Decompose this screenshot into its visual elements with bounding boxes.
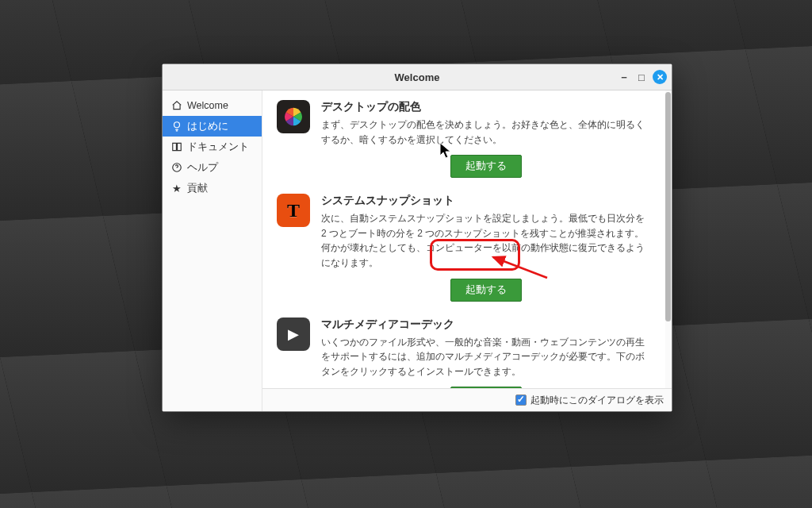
book-icon xyxy=(170,141,182,152)
section-title: システムスナップショット xyxy=(321,194,651,208)
sidebar: Welcome はじめに ドキュメント xyxy=(163,90,262,411)
show-on-startup-text: 起動時にこのダイアログを表示 xyxy=(530,394,664,407)
sidebar-item-label: はじめに xyxy=(187,120,228,133)
svg-point-190 xyxy=(174,122,179,128)
sidebar-item-help[interactable]: ヘルプ xyxy=(163,157,262,178)
section-desc: いくつかのファイル形式や、一般的な音楽・動画・ウェブコンテンツの再生をサポートす… xyxy=(321,335,651,379)
star-icon: ★ xyxy=(170,183,182,194)
timeshift-icon: T xyxy=(277,194,310,227)
sidebar-item-label: 貢献 xyxy=(187,182,208,195)
titlebar[interactable]: Welcome − □ ✕ xyxy=(163,64,672,90)
window-title: Welcome xyxy=(395,71,440,83)
maximize-button[interactable]: □ xyxy=(635,71,648,83)
home-icon xyxy=(170,100,182,111)
sidebar-item-label: Welcome xyxy=(187,100,228,111)
desktop-background: Welcome − □ ✕ Welcome xyxy=(0,0,812,508)
footer: 起動時にこのダイアログを表示 xyxy=(262,388,672,411)
section-codecs: ▶ マルチメディアコーデック いくつかのファイル形式や、一般的な音楽・動画・ウェ… xyxy=(277,318,651,388)
bulb-icon xyxy=(170,121,182,132)
content-area: デスクトップの配色 まず、デスクトップの配色を決めましょう。お好きな色と、全体的… xyxy=(262,90,672,411)
desktop-colours-icon xyxy=(277,100,310,133)
play-icon: ▶ xyxy=(277,318,310,351)
content-scroll: デスクトップの配色 まず、デスクトップの配色を決めましょう。お好きな色と、全体的… xyxy=(262,90,665,388)
sidebar-item-first-steps[interactable]: はじめに xyxy=(163,116,262,137)
sidebar-item-label: ドキュメント xyxy=(187,140,249,154)
section-desc: 次に、自動システムスナップショットを設定しましょう。最低でも日次分を 2 つとブ… xyxy=(321,211,651,270)
launch-snapshot-button[interactable]: 起動する xyxy=(450,279,522,302)
minimize-button[interactable]: − xyxy=(618,71,630,83)
section-snapshot: T システムスナップショット 次に、自動システムスナップショットを設定しましょう… xyxy=(277,194,651,301)
section-desc: まず、デスクトップの配色を決めましょう。お好きな色と、全体的に明るくするか、暗く… xyxy=(321,117,651,147)
svg-marker-156 xyxy=(706,454,812,508)
close-button[interactable]: ✕ xyxy=(653,70,667,84)
launch-codecs-button[interactable]: 起動する xyxy=(450,387,522,388)
sidebar-item-contribute[interactable]: ★ 貢献 xyxy=(163,178,262,198)
launch-desktop-colours-button[interactable]: 起動する xyxy=(450,155,522,178)
scrollbar-thumb[interactable] xyxy=(665,92,671,321)
show-on-startup-label[interactable]: 起動時にこのダイアログを表示 xyxy=(512,392,664,408)
close-icon: ✕ xyxy=(657,72,664,83)
vertical-scrollbar[interactable] xyxy=(665,92,671,387)
show-on-startup-checkbox[interactable] xyxy=(515,394,527,406)
section-desktop-colours: デスクトップの配色 まず、デスクトップの配色を決めましょう。お好きな色と、全体的… xyxy=(277,100,651,178)
sidebar-item-documents[interactable]: ドキュメント xyxy=(163,137,262,157)
section-title: マルチメディアコーデック xyxy=(321,318,651,332)
help-icon xyxy=(170,162,182,173)
section-title: デスクトップの配色 xyxy=(321,100,651,114)
sidebar-item-label: ヘルプ xyxy=(187,161,218,175)
welcome-window: Welcome − □ ✕ Welcome xyxy=(162,64,672,412)
sidebar-item-welcome[interactable]: Welcome xyxy=(163,95,262,116)
